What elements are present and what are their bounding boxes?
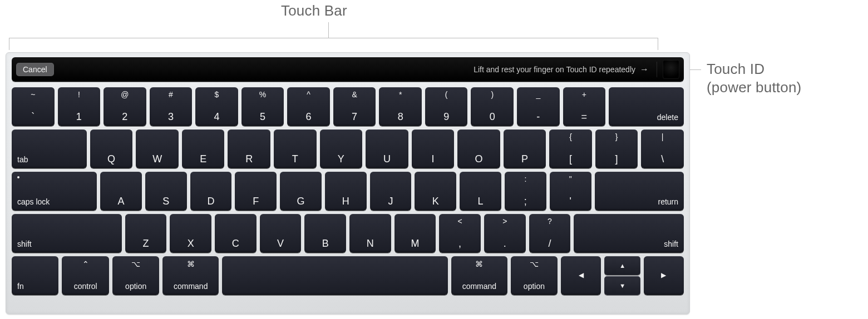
caps-lock-indicator bbox=[17, 176, 19, 178]
key-1[interactable]: !1 bbox=[58, 87, 101, 126]
touchbar-divider bbox=[657, 62, 657, 77]
key-control[interactable]: ⌃ control bbox=[62, 256, 108, 295]
key-row-2: tab Q W E R T Y U I O P {[ }] |\ bbox=[12, 129, 684, 168]
key-option-right[interactable]: ⌥ option bbox=[511, 256, 558, 295]
key-return[interactable]: return bbox=[595, 172, 684, 211]
key-h[interactable]: H bbox=[325, 172, 367, 211]
key-arrow-left[interactable]: ◀ bbox=[561, 256, 601, 295]
key-z[interactable]: Z bbox=[125, 214, 167, 253]
key-o[interactable]: O bbox=[457, 129, 500, 168]
key-c[interactable]: C bbox=[215, 214, 257, 253]
key-left-bracket[interactable]: {[ bbox=[549, 129, 592, 168]
key-arrow-down[interactable]: ▼ bbox=[604, 276, 640, 295]
keyboard-rows: ~` !1 @2 #3 $4 %5 ^6 &7 *8 (9 )0 _- += d… bbox=[12, 87, 684, 295]
key-period[interactable]: >. bbox=[484, 214, 526, 253]
option-glyph-icon: ⌥ bbox=[131, 260, 140, 268]
label-touch-id-line1: Touch ID bbox=[707, 60, 801, 78]
key-d[interactable]: D bbox=[190, 172, 232, 211]
key-k[interactable]: K bbox=[415, 172, 456, 211]
key-arrow-updown: ▲ ▼ bbox=[604, 256, 640, 295]
key-tab[interactable]: tab bbox=[12, 129, 87, 168]
key-comma[interactable]: <, bbox=[439, 214, 481, 253]
key-3[interactable]: #3 bbox=[150, 87, 193, 126]
callout-line bbox=[9, 38, 658, 38]
keyboard-frame: Cancel Lift and rest your finger on Touc… bbox=[6, 52, 690, 315]
callout-line bbox=[9, 38, 9, 50]
key-e[interactable]: E bbox=[182, 129, 225, 168]
touch-id-sensor[interactable] bbox=[663, 60, 679, 79]
option-glyph-icon: ⌥ bbox=[530, 260, 539, 268]
key-9[interactable]: (9 bbox=[425, 87, 468, 126]
key-g[interactable]: G bbox=[280, 172, 322, 211]
key-backslash[interactable]: |\ bbox=[641, 129, 684, 168]
callout-line bbox=[328, 22, 329, 38]
key-v[interactable]: V bbox=[260, 214, 302, 253]
command-glyph-icon: ⌘ bbox=[187, 260, 195, 268]
key-equals[interactable]: += bbox=[563, 87, 606, 126]
key-6[interactable]: ^6 bbox=[287, 87, 330, 126]
key-row-3: caps lock A S D F G H J K L :; "' return bbox=[12, 172, 684, 211]
key-row-5: fn ⌃ control ⌥ option ⌘ command ⌘ comman… bbox=[12, 256, 684, 295]
label-touch-bar: Touch Bar bbox=[281, 2, 347, 19]
key-y[interactable]: Y bbox=[320, 129, 363, 168]
key-shift-right[interactable]: shift bbox=[574, 214, 684, 253]
key-t[interactable]: T bbox=[274, 129, 317, 168]
key-fn[interactable]: fn bbox=[12, 256, 58, 295]
key-option-left[interactable]: ⌥ option bbox=[112, 256, 159, 295]
key-s[interactable]: S bbox=[145, 172, 187, 211]
key-arrow-right[interactable]: ▶ bbox=[644, 256, 684, 295]
touchbar-cancel-button[interactable]: Cancel bbox=[16, 63, 54, 76]
key-minus[interactable]: _- bbox=[517, 87, 560, 126]
key-command-right[interactable]: ⌘ command bbox=[451, 256, 507, 295]
key-q[interactable]: Q bbox=[90, 129, 133, 168]
key-a[interactable]: A bbox=[100, 172, 142, 211]
key-l[interactable]: L bbox=[460, 172, 501, 211]
control-glyph-icon: ⌃ bbox=[82, 260, 89, 268]
key-r[interactable]: R bbox=[228, 129, 270, 168]
key-right-bracket[interactable]: }] bbox=[595, 129, 638, 168]
key-m[interactable]: M bbox=[394, 214, 436, 253]
key-w[interactable]: W bbox=[136, 129, 179, 168]
key-semicolon[interactable]: :; bbox=[505, 172, 546, 211]
key-u[interactable]: U bbox=[366, 129, 408, 168]
label-touch-id-line2: (power button) bbox=[707, 78, 801, 97]
key-arrow-up[interactable]: ▲ bbox=[604, 256, 640, 275]
key-n[interactable]: N bbox=[349, 214, 391, 253]
key-4[interactable]: $4 bbox=[195, 87, 238, 126]
key-quote[interactable]: "' bbox=[550, 172, 591, 211]
key-x[interactable]: X bbox=[170, 214, 211, 253]
key-backtick[interactable]: ~` bbox=[12, 87, 55, 126]
key-b[interactable]: B bbox=[304, 214, 346, 253]
key-row-1: ~` !1 @2 #3 $4 %5 ^6 &7 *8 (9 )0 _- += d… bbox=[12, 87, 684, 126]
key-spacebar[interactable] bbox=[222, 256, 448, 295]
key-0[interactable]: )0 bbox=[471, 87, 514, 126]
key-2[interactable]: @2 bbox=[103, 87, 146, 126]
key-shift-left[interactable]: shift bbox=[12, 214, 122, 253]
key-f[interactable]: F bbox=[235, 172, 277, 211]
touch-bar[interactable]: Cancel Lift and rest your finger on Touc… bbox=[12, 57, 684, 82]
arrow-right-icon: → bbox=[640, 64, 649, 74]
key-j[interactable]: J bbox=[370, 172, 412, 211]
key-p[interactable]: P bbox=[504, 129, 546, 168]
key-7[interactable]: &7 bbox=[333, 87, 376, 126]
key-i[interactable]: I bbox=[412, 129, 455, 168]
key-8[interactable]: *8 bbox=[379, 87, 422, 126]
key-command-left[interactable]: ⌘ command bbox=[162, 256, 219, 295]
label-touch-id: Touch ID (power button) bbox=[707, 60, 801, 96]
key-5[interactable]: %5 bbox=[241, 87, 284, 126]
command-glyph-icon: ⌘ bbox=[475, 260, 483, 268]
callout-line bbox=[658, 38, 658, 50]
touchbar-message: Lift and rest your finger on Touch ID re… bbox=[474, 64, 651, 74]
key-caps-lock[interactable]: caps lock bbox=[12, 172, 97, 211]
key-delete[interactable]: delete bbox=[609, 87, 684, 126]
touchbar-message-text: Lift and rest your finger on Touch ID re… bbox=[474, 65, 635, 74]
key-slash[interactable]: ?/ bbox=[529, 214, 571, 253]
key-row-4: shift Z X C V B N M <, >. ?/ shift bbox=[12, 214, 684, 253]
